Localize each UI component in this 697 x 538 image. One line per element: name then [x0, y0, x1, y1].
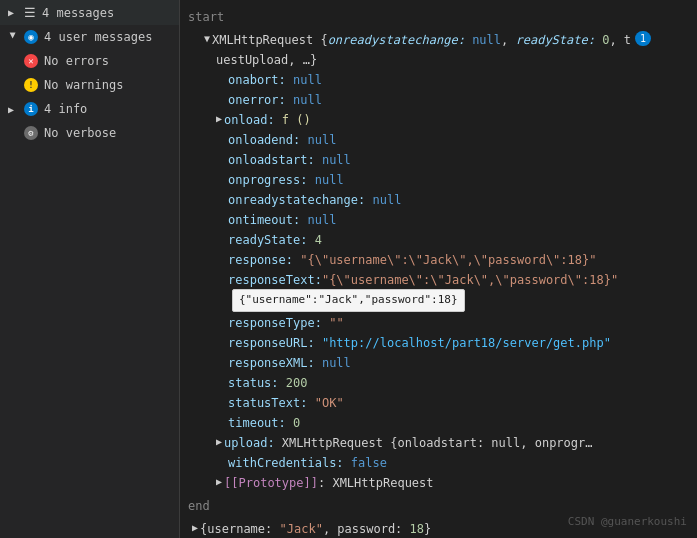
- sidebar-item-label: 4 user messages: [44, 30, 152, 44]
- prop-onerror: onerror: null: [180, 90, 697, 110]
- bottom-arrow[interactable]: ▶: [192, 520, 198, 535]
- proto-arrow[interactable]: ▶: [216, 474, 222, 489]
- left-panel: ▶ ☰ 4 messages ▶ ◉ 4 user messages ▶ ✕ N…: [0, 0, 180, 538]
- sidebar-item-label: No verbose: [44, 126, 116, 140]
- sidebar-item-messages[interactable]: ▶ ☰ 4 messages: [0, 0, 179, 25]
- prop-responsetype: responseType: "": [180, 313, 697, 333]
- prop-responsetext: responseText: "{\"username\":\"Jack\",\"…: [180, 270, 697, 313]
- sidebar-item-label: No errors: [44, 54, 109, 68]
- prop-onprogress: onprogress: null: [180, 170, 697, 190]
- right-panel: start ▼ XMLHttpRequest {onreadystatechan…: [180, 0, 697, 538]
- start-label: start: [180, 4, 697, 30]
- info-icon: i: [24, 102, 38, 116]
- gear-icon: ⚙: [24, 126, 38, 140]
- arrow-icon: ▶: [8, 32, 19, 42]
- sidebar-item-info[interactable]: ▶ i 4 info: [0, 97, 179, 121]
- list-icon: ☰: [24, 5, 36, 20]
- sidebar-item-errors[interactable]: ▶ ✕ No errors: [0, 49, 179, 73]
- onload-arrow[interactable]: ▶: [216, 111, 222, 126]
- user-icon: ◉: [24, 30, 38, 44]
- sidebar-item-warnings[interactable]: ▶ ! No warnings: [0, 73, 179, 97]
- prop-responsexml: responseXML: null: [180, 353, 697, 373]
- end-text: end: [188, 497, 210, 515]
- arrow-icon: ▶: [8, 7, 18, 18]
- sidebar-item-label: 4 messages: [42, 6, 114, 20]
- prop-onabort: onabort: null: [180, 70, 697, 90]
- prop-onloadend: onloadend: null: [180, 130, 697, 150]
- prop-statustext: statusText: "OK": [180, 393, 697, 413]
- badge: 1: [635, 31, 651, 46]
- prop-responseurl: responseURL: "http://localhost/part18/se…: [180, 333, 697, 353]
- sidebar-item-verbose[interactable]: ▶ ⚙ No verbose: [0, 121, 179, 145]
- prop-readystate: readyState: 4: [180, 230, 697, 250]
- watermark: CSDN @guanerkoushi: [568, 515, 687, 528]
- prop-onload: ▶ onload: f (): [180, 110, 697, 130]
- prop-onreadystatechange: onreadystatechange: null: [180, 190, 697, 210]
- sidebar-item-label: No warnings: [44, 78, 123, 92]
- warning-icon: !: [24, 78, 38, 92]
- sidebar-item-label: 4 info: [44, 102, 87, 116]
- prop-timeout: timeout: 0: [180, 413, 697, 433]
- sidebar-item-user-messages[interactable]: ▶ ◉ 4 user messages: [0, 25, 179, 49]
- xhr-continue: uestUpload, …}: [180, 50, 697, 70]
- prop-response: response: "{\"username\":\"Jack\",\"pass…: [180, 250, 697, 270]
- xhr-line: ▼ XMLHttpRequest {onreadystatechange: nu…: [180, 30, 697, 50]
- prop-upload: ▶ upload: XMLHttpRequest {onloadstart: n…: [180, 433, 697, 453]
- upload-arrow[interactable]: ▶: [216, 434, 222, 449]
- prop-status: status: 200: [180, 373, 697, 393]
- prop-prototype: ▶ [[Prototype]]: XMLHttpRequest: [180, 473, 697, 493]
- prop-onloadstart: onloadstart: null: [180, 150, 697, 170]
- collapse-arrow[interactable]: ▼: [204, 31, 210, 46]
- error-icon: ✕: [24, 54, 38, 68]
- start-text: start: [188, 8, 224, 26]
- arrow-icon: ▶: [8, 104, 18, 115]
- tooltip-box: {"username":"Jack","password":18}: [232, 289, 465, 312]
- prop-withcredentials: withCredentials: false: [180, 453, 697, 473]
- prop-ontimeout: ontimeout: null: [180, 210, 697, 230]
